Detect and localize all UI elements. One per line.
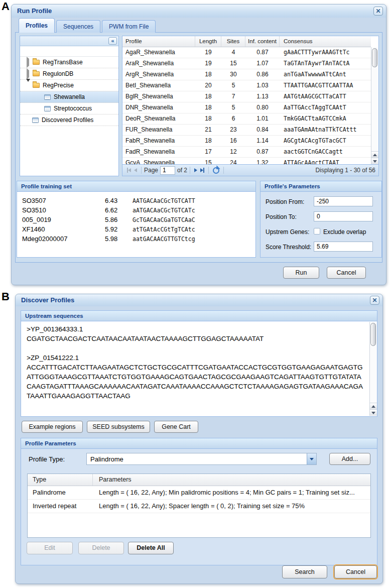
gene-id: 005_0019 (17, 216, 105, 223)
scroll-down-icon[interactable] (371, 158, 378, 164)
scrollbar-thumb[interactable] (370, 323, 376, 346)
cell-length: 18 (195, 113, 221, 124)
cancel-button[interactable]: Cancel (327, 267, 366, 279)
refresh-icon[interactable] (213, 167, 219, 174)
delete-all-button[interactable]: Delete All (128, 542, 174, 554)
cell-length: 18 (195, 102, 221, 113)
profile-type-select[interactable]: Palindrome (86, 453, 317, 465)
tree-spacer (20, 46, 118, 57)
column-header-parameters[interactable]: Parameters (93, 474, 370, 486)
add-button[interactable]: Add... (329, 453, 370, 465)
column-header-length[interactable]: Length (195, 36, 221, 47)
next-page-icon[interactable] (194, 168, 197, 172)
column-header-sites[interactable]: Sites (221, 36, 245, 47)
scrollbar-thumb[interactable] (372, 48, 377, 67)
window-titlebar[interactable]: Run Profile (12, 5, 386, 18)
last-page-icon[interactable] (200, 168, 204, 173)
cell-profile: ArgR_Shewanella (122, 69, 195, 80)
table-row[interactable]: DeoR_Shewanella1861.01TmkGGACTtaAGTCCmkA (122, 113, 371, 125)
cell-sites: 12 (221, 147, 245, 157)
column-header-type[interactable]: Type (28, 474, 93, 486)
fasta-line: >YP_001364333.1 (27, 325, 368, 335)
table-row[interactable]: FabR_Shewanella18161.14AGCgtACAcgTGTacGC… (122, 136, 371, 147)
search-button[interactable]: Search (282, 565, 327, 578)
cell-inf: 1.01 (245, 113, 280, 124)
delete-button[interactable]: Delete (78, 542, 124, 554)
cell-sites: 6 (221, 113, 245, 124)
exclude-overlap-checkbox[interactable] (314, 228, 320, 234)
profile-type-value: Palindrome (90, 455, 123, 463)
profiles-grid-panel: Profile Length Sites Inf. content Consen… (122, 36, 379, 176)
close-icon[interactable]: ✕ (373, 7, 383, 16)
cell-profile: FabR_Shewanella (122, 136, 195, 146)
training-row: SO35076.43AATGACAaCGcTGTCATT (17, 196, 255, 205)
tree-item-streptococcus[interactable]: Streptococcus (20, 103, 118, 114)
expander-collapsed-icon[interactable] (27, 57, 29, 68)
position-to-field[interactable] (314, 211, 373, 221)
cell-consensus: TTAATTGAACGTTCAATTAA (280, 80, 371, 91)
position-from-field[interactable] (314, 196, 373, 206)
table-row[interactable]: Inverted repeat Length = ( 16, 22, Any);… (28, 500, 370, 513)
folder-icon (33, 71, 40, 76)
tree-item-regulondb[interactable]: RegulonDB (20, 68, 118, 80)
example-regions-button[interactable]: Example regions (22, 421, 83, 433)
table-row[interactable]: DNR_Shewanella1850.80AaTTGAccTAggTCAAtT (122, 102, 371, 113)
gene-id: SO3507 (17, 197, 105, 204)
sequences-textarea[interactable]: >YP_001364333.1 CGATGCTAACGACTCAATAACAAT… (22, 322, 368, 416)
tab-sequences[interactable]: Sequences (56, 20, 100, 33)
panel-title: Upstream sequences (25, 313, 83, 319)
cell-profile: DNR_Shewanella (122, 102, 195, 113)
dropdown-arrow-icon[interactable] (307, 453, 316, 464)
table-row[interactable]: AraR_Shewanella19151.07TaGTAnTAywrTAnTAC… (122, 58, 371, 69)
page-input[interactable] (160, 166, 175, 175)
tab-profiles[interactable]: Profiles (19, 18, 55, 33)
column-header-consensus[interactable]: Consensus (280, 36, 371, 47)
expander-expanded-icon[interactable] (26, 79, 30, 89)
edit-button[interactable]: Edit (27, 542, 73, 554)
cell-profile: FUR_Shewanella (122, 125, 195, 135)
site-score: 6.62 (105, 206, 133, 214)
cancel-button[interactable]: Cancel (334, 565, 377, 578)
table-row[interactable]: FadR_Shewanella17120.87aactGGTCnGACCagtt (122, 147, 371, 158)
cell-length: 19 (195, 58, 221, 69)
profile-parameters-panel-b: Profile Parameters Profile Type: Palindr… (21, 438, 377, 565)
gene-cart-button[interactable]: Gene Cart (154, 421, 198, 433)
training-row: Mdeg020000075.98aatGACAACGTTGTCtcg (17, 234, 255, 244)
table-row[interactable]: Palindrome Length = ( 16, 22, Any); Min … (28, 486, 370, 500)
cell-profile: AraR_Shewanella (122, 58, 195, 69)
window-titlebar[interactable]: Discover Profiles (16, 294, 382, 306)
column-header-inf-content[interactable]: Inf. content (245, 36, 280, 47)
expander-collapsed-icon[interactable] (27, 68, 29, 79)
site-sequence: AATGACAaCGcTGTCATT (133, 197, 195, 204)
tree-item-label: RegPrecise (43, 82, 74, 89)
seed-subsystems-button[interactable]: SEED subsystems (87, 421, 150, 433)
cell-type: Palindrome (28, 486, 93, 499)
table-row[interactable]: AgaR_Shewanella1940.87gAaACTTTywrAAAGTtT… (122, 47, 371, 58)
table-row[interactable]: BetI_Shewanella2051.03TTAATTGAACGTTCAATT… (122, 80, 371, 91)
close-icon[interactable]: ✕ (370, 296, 379, 305)
table-row[interactable]: ArgR_Shewanella18300.86anTGaATwwwwATtCAn… (122, 69, 371, 80)
table-row-clipped[interactable]: GcvA_Shewanella15241.32ATTAGcAAgctCTAAT (122, 158, 371, 164)
fasta-line (27, 344, 368, 354)
tree-item-discovered-profiles[interactable]: Discovered Profiles (20, 114, 118, 126)
column-header-profile[interactable]: Profile (122, 36, 195, 47)
first-page-icon[interactable] (127, 168, 131, 173)
sequences-scrollbar[interactable] (369, 322, 377, 416)
grid-scrollbar[interactable] (371, 47, 378, 164)
tree-item-regtransbase[interactable]: RegTransBase (20, 57, 118, 68)
scroll-down-icon[interactable] (370, 409, 377, 416)
tree-item-regprecise[interactable]: RegPrecise (20, 80, 118, 91)
run-button[interactable]: Run (283, 267, 319, 279)
table-row[interactable]: BglR_Shewanella1871.13AATGtAAGCGCTTaCATT (122, 91, 371, 102)
score-threshold-field[interactable] (314, 242, 373, 252)
collapse-panel-icon[interactable]: « (108, 37, 117, 45)
cell-consensus: aactGGTCnGACCagtt (280, 147, 371, 157)
table-row[interactable]: FUR_Shewanella21230.84aaaTGAmAAtnaTTkTCA… (122, 125, 371, 136)
cell-sites: 5 (221, 80, 245, 91)
prev-page-icon[interactable] (134, 168, 137, 172)
scroll-up-icon[interactable] (370, 403, 377, 409)
figure-label-b: B (2, 290, 10, 303)
tree-item-shewanella[interactable]: Shewanella (20, 91, 118, 103)
scroll-up-icon[interactable] (371, 151, 378, 158)
tab-pwm-from-file[interactable]: PWM from File (102, 20, 156, 33)
